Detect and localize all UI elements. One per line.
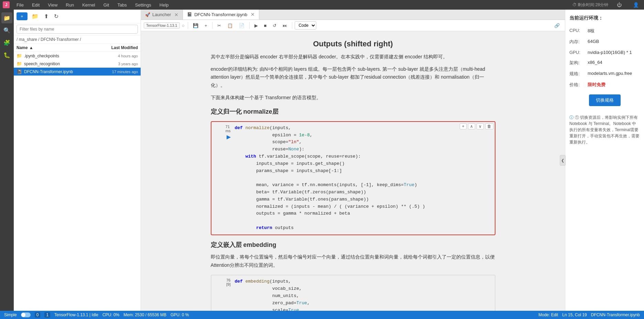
download-button[interactable]: ⬆	[43, 12, 50, 21]
exec-count: 76 [9]	[226, 278, 230, 286]
cpu-value: 8核	[588, 28, 594, 34]
code-content[interactable]: def embedding(inputs, vocab_size, num_un…	[235, 278, 492, 311]
run-cell-button[interactable]: ▶	[227, 134, 231, 140]
restart-run-button[interactable]: ⏭	[280, 22, 290, 30]
cell-count-badge: 0	[35, 312, 41, 318]
gpu-status: GPU: 0 %	[171, 312, 189, 317]
tab-launcher[interactable]: 🚀 Launcher ✕	[141, 10, 183, 20]
tab-notebook[interactable]: 📓 DFCNN-Transformer.ipynb ✕	[183, 10, 259, 20]
name-column-header[interactable]: Name ▲	[17, 45, 90, 50]
files-icon[interactable]: 📁	[1, 12, 12, 23]
toolbar-separator	[292, 22, 292, 29]
arch-label: 架构:	[569, 60, 585, 66]
stop-button[interactable]: ■	[262, 22, 269, 30]
notebook-area: 🚀 Launcher ✕ 📓 DFCNN-Transformer.ipynb ✕…	[141, 10, 565, 311]
cpu-label: CPU:	[569, 28, 585, 34]
env-row-cpu: CPU: 8核	[569, 27, 640, 35]
toolbar-separator	[188, 22, 188, 29]
refresh-button[interactable]: ↻	[53, 12, 60, 21]
mem-value: 64GB	[588, 39, 599, 45]
env-row-spec: 规格: modelarts.vm.gpu.free	[569, 70, 640, 78]
cut-button[interactable]: ✂	[215, 22, 223, 30]
spec-value: modelarts.vm.gpu.free	[588, 71, 632, 77]
menu-git[interactable]: Git	[102, 2, 111, 8]
notebook-para1: 其中左半部分是编码器 encoder 右半部分是解码器 decoder。在本实践…	[205, 52, 501, 64]
move-up-button[interactable]: ∧	[468, 123, 475, 129]
user-icon[interactable]: 👤	[630, 0, 641, 10]
notice-text: ⓘ① 切换资源后，将影响实例下所有 Notebook 与 Terminal。No…	[569, 114, 640, 145]
switch-spec-button[interactable]: 切换规格	[589, 94, 621, 106]
debug-icon[interactable]: 🐛	[1, 49, 12, 60]
search-area	[14, 23, 141, 35]
code-cell-2[interactable]: 76 [9] def embedding(inputs, vocab_size,…	[211, 275, 495, 311]
timer-display: ⏱ 剩余时间:28分钟	[572, 2, 608, 8]
menu-settings[interactable]: Settings	[134, 2, 153, 8]
spec-label: 规格:	[569, 71, 585, 77]
cell-code-area[interactable]: + ∧ ∨ 🗑 def normalize(inputs, epsilon = …	[232, 122, 495, 235]
tab-label: Launcher	[152, 12, 171, 17]
copy-button[interactable]: 📋	[225, 22, 235, 30]
file-name: .ipynb_checkpoints	[24, 54, 97, 58]
menu-kernel[interactable]: Kernel	[81, 2, 97, 8]
tab-close-icon[interactable]: ✕	[174, 12, 178, 18]
power-icon[interactable]: ⏻	[614, 0, 625, 10]
file-time: 3 years ago	[97, 62, 138, 66]
status-left: Simple 0 1 TensorFlow-1.13.1 | Idle CPU:…	[4, 312, 189, 318]
tab-bar: 🚀 Launcher ✕ 📓 DFCNN-Transformer.ipynb ✕	[141, 10, 565, 20]
list-item[interactable]: 📁 speech_recognition 3 years ago	[14, 60, 141, 68]
save-button[interactable]: 💾	[190, 22, 201, 30]
notebook-content[interactable]: Outputs (shifted right) 其中左半部分是编码器 encod…	[141, 31, 565, 311]
notebook-icon: 📓	[17, 69, 22, 74]
modified-column-header[interactable]: Last Modified	[90, 45, 138, 50]
tab-label: DFCNN-Transformer.ipynb	[194, 12, 247, 17]
env-row-price: 价格: 限时免费	[569, 81, 640, 89]
mode-toggle[interactable]	[21, 312, 31, 317]
delete-cell-button[interactable]: 🗑	[485, 123, 493, 129]
paste-button[interactable]: 📄	[237, 22, 247, 30]
add-cell-button[interactable]: +	[202, 22, 210, 30]
share-button[interactable]: 🔗	[552, 22, 562, 30]
add-above-button[interactable]: +	[460, 123, 466, 129]
menu-edit[interactable]: Edit	[31, 2, 41, 8]
list-item[interactable]: 📁 .ipynb_checkpoints 4 hours ago	[14, 52, 141, 60]
env-row-arch: 架构: x86_64	[569, 59, 640, 67]
gpu-label: GPU:	[569, 50, 585, 55]
search-input[interactable]	[17, 25, 138, 34]
trusted-badge: 1	[44, 312, 50, 318]
menu-help[interactable]: Help	[158, 2, 170, 8]
notice-icon: ⓘ	[569, 115, 574, 120]
menu-tabs[interactable]: Tabs	[116, 2, 128, 8]
extensions-icon[interactable]: 🧩	[1, 37, 12, 48]
new-button[interactable]: +	[17, 12, 28, 20]
cell-toolbar: + ∧ ∨ 🗑	[460, 123, 493, 129]
notebook-heading-outputs: Outputs (shifted right)	[205, 37, 501, 52]
file-list: 📁 .ipynb_checkpoints 4 hours ago 📁 speec…	[14, 52, 141, 311]
file-time: 4 hours ago	[97, 54, 138, 58]
search-activity-icon[interactable]: 🔍	[1, 25, 12, 36]
menu-file[interactable]: File	[15, 2, 25, 8]
toolbar-separator	[249, 22, 250, 29]
edit-mode-indicator: Mode: Edit	[538, 312, 558, 317]
code-cell-1[interactable]: 71 ms ▶ + ∧ ∨ 🗑 def normalize(inputs, ep…	[211, 121, 495, 235]
status-bar: Simple 0 1 TensorFlow-1.13.1 | Idle CPU:…	[0, 311, 644, 319]
toggle-thumb	[21, 313, 25, 317]
cell-type-select[interactable]: Code	[295, 21, 316, 30]
notebook-heading2: 定义归一化 normalize层	[205, 105, 501, 118]
notebook-toolbar: TensorFlow-1.13.1 ○ 💾 + ✂ 📋 📄 ▶ ■ ↺ ⏭ Co…	[141, 20, 565, 31]
upload-button[interactable]: 📁	[30, 12, 40, 21]
cell-code-area[interactable]: def embedding(inputs, vocab_size, num_un…	[232, 275, 495, 311]
menu-view[interactable]: View	[46, 2, 59, 8]
restart-button[interactable]: ↺	[270, 22, 279, 30]
panel-collapse-button[interactable]: ❮	[560, 155, 566, 166]
env-row-gpu: GPU: nvidia-p100(16GB) * 1	[569, 49, 640, 56]
tab-close-icon[interactable]: ✕	[251, 12, 255, 17]
notebook-tab-icon: 📓	[187, 12, 192, 17]
toggle-track[interactable]	[21, 312, 31, 317]
menu-run[interactable]: Run	[64, 2, 75, 8]
list-item[interactable]: 📓 DFCNN-Transformer.ipynb 17 minutes ago	[14, 68, 141, 76]
file-name: DFCNN-Transformer.ipynb	[24, 69, 97, 74]
code-content[interactable]: def normalize(inputs, epsilon = 1e-8, sc…	[235, 125, 492, 232]
move-down-button[interactable]: ∨	[477, 123, 484, 129]
run-button[interactable]: ▶	[252, 22, 260, 30]
exec-count: 71 ms	[226, 125, 231, 133]
